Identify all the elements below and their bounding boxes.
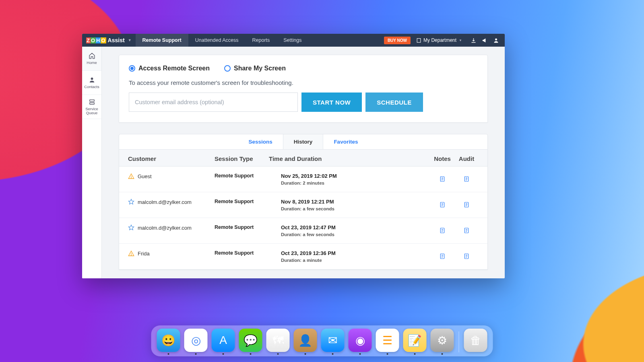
chrome-icon: ◎ <box>184 329 208 352</box>
svg-rect-7 <box>89 99 94 101</box>
sidebar-item-label: Service Queue <box>85 107 98 115</box>
time-value: Nov 8, 2019 12:21 PM <box>281 199 430 205</box>
buy-now-button[interactable]: BUY NOW <box>384 37 411 44</box>
sidebar-item-service-queue[interactable]: Service Queue <box>82 95 101 119</box>
star-icon <box>128 224 134 231</box>
department-dropdown[interactable]: My Department ▼ <box>416 37 462 43</box>
audit-cell <box>454 250 479 260</box>
sidebar-item-home[interactable]: Home <box>82 47 101 71</box>
table-row: malcolm.d@zylker.comRemote SupportOct 23… <box>119 218 487 244</box>
customer-cell: malcolm.d@zylker.com <box>128 224 215 231</box>
logo-product: Assist <box>108 37 125 43</box>
dock-app-contacts[interactable]: 👤 <box>294 329 317 355</box>
nav-tab-reports[interactable]: Reports <box>246 34 277 47</box>
subtab-favorites[interactable]: Favorites <box>323 134 368 149</box>
customer-cell: Frida <box>128 250 215 257</box>
svg-rect-8 <box>89 102 94 104</box>
customer-email-input[interactable] <box>129 93 298 112</box>
document-icon[interactable] <box>463 175 470 183</box>
svg-point-10 <box>131 177 131 178</box>
dock-running-dot <box>250 353 252 355</box>
time-cell: Oct 23, 2019 12:47 PMDuration: a few sec… <box>269 224 430 237</box>
schedule-button[interactable]: SCHEDULE <box>365 93 423 112</box>
nav-tab-settings[interactable]: Settings <box>277 34 308 47</box>
time-cell: Nov 8, 2019 12:21 PMDuration: a few seco… <box>269 199 430 211</box>
sidebar-item-contacts[interactable]: Contacts <box>82 71 101 95</box>
dock-running-dot <box>387 353 388 355</box>
session-type-cell: Remote Support <box>215 173 269 179</box>
dock-app-trash[interactable]: 🗑 <box>464 329 487 355</box>
svg-rect-0 <box>417 38 421 42</box>
sidebar-item-label: Contacts <box>84 85 99 89</box>
download-icon[interactable] <box>468 37 479 43</box>
dock-app-notes[interactable]: 📝 <box>403 329 427 355</box>
document-icon[interactable] <box>463 253 470 260</box>
chevron-down-icon: ▼ <box>459 39 462 42</box>
col-header-type: Session Type <box>215 155 269 162</box>
sidebar-item-label: Home <box>87 61 97 65</box>
dock-running-dot <box>223 353 224 355</box>
messages-icon: 💬 <box>239 329 262 352</box>
nav-tab-unattended-access[interactable]: Unattended Access <box>188 34 246 47</box>
dock-running-dot <box>359 353 361 355</box>
nav-tab-remote-support[interactable]: Remote Support <box>136 34 188 47</box>
dock-running-dot <box>305 353 306 355</box>
dock-app-reminders[interactable]: ☰ <box>376 329 399 355</box>
contacts-icon: 👤 <box>294 329 317 352</box>
dock-app-appstore[interactable]: A <box>212 329 235 355</box>
podcasts-icon: ◉ <box>349 329 372 352</box>
user-avatar-icon[interactable] <box>490 37 502 43</box>
dock-app-messages[interactable]: 💬 <box>239 329 262 355</box>
radio-access-remote[interactable]: Access Remote Screen <box>129 65 210 72</box>
main-content: Access Remote Screen Share My Screen To … <box>102 47 505 278</box>
document-icon[interactable] <box>439 201 446 208</box>
radio-share-screen[interactable]: Share My Screen <box>224 65 286 72</box>
home-icon <box>89 52 95 59</box>
chevron-down-icon: ▼ <box>128 38 132 42</box>
dock-running-dot <box>168 353 169 355</box>
document-icon[interactable] <box>439 253 446 260</box>
access-description: To access your remote customer's screen … <box>129 79 478 86</box>
document-icon[interactable] <box>463 227 470 234</box>
session-type-cell: Remote Support <box>215 250 269 256</box>
star-icon <box>128 199 134 205</box>
time-value: Oct 23, 2019 12:47 PM <box>281 224 430 230</box>
access-panel: Access Remote Screen Share My Screen To … <box>119 55 488 123</box>
dock-app-chrome[interactable]: ◎ <box>184 329 208 355</box>
audit-cell <box>454 224 479 234</box>
table-row: GuestRemote SupportNov 25, 2019 12:02 PM… <box>119 167 487 192</box>
settings-icon: ⚙ <box>431 329 454 352</box>
subtab-history[interactable]: History <box>283 134 324 149</box>
dock-running-dot <box>277 353 279 355</box>
audit-cell <box>454 173 479 183</box>
customer-name: malcolm.d@zylker.com <box>138 225 192 231</box>
subtab-sessions[interactable]: Sessions <box>238 134 283 149</box>
start-now-button[interactable]: START NOW <box>301 93 362 112</box>
dock-app-settings[interactable]: ⚙ <box>431 329 454 355</box>
radio-label: Access Remote Screen <box>138 65 210 72</box>
customer-name: Guest <box>138 173 152 179</box>
svg-point-6 <box>91 78 93 80</box>
dock-app-podcasts[interactable]: ◉ <box>349 329 372 355</box>
document-icon[interactable] <box>439 175 446 183</box>
notes-cell <box>430 224 454 234</box>
megaphone-icon[interactable] <box>479 37 490 43</box>
department-label: My Department <box>423 37 456 43</box>
duration-value: Duration: a few seconds <box>281 206 430 211</box>
notes-cell <box>430 250 454 260</box>
svg-point-5 <box>495 38 497 40</box>
time-value: Oct 23, 2019 12:36 PM <box>281 250 430 256</box>
document-icon[interactable] <box>439 227 446 234</box>
table-row: malcolm.d@zylker.comRemote SupportNov 8,… <box>119 192 487 218</box>
document-icon[interactable] <box>463 201 470 208</box>
dock-app-mail[interactable]: ✉ <box>321 329 345 355</box>
col-header-audit: Audit <box>454 155 479 162</box>
dock-app-maps[interactable]: 🗺 <box>266 329 290 355</box>
logo[interactable]: ZOHO Assist ▼ <box>82 34 136 47</box>
dock-app-finder[interactable]: 😀 <box>157 329 180 355</box>
customer-name: Frida <box>138 251 150 257</box>
duration-value: Duration: 2 minutes <box>281 181 430 185</box>
history-table-header: Customer Session Type Time and Duration … <box>119 150 487 167</box>
dock-running-dot <box>332 353 334 355</box>
radio-off-icon <box>224 65 231 72</box>
